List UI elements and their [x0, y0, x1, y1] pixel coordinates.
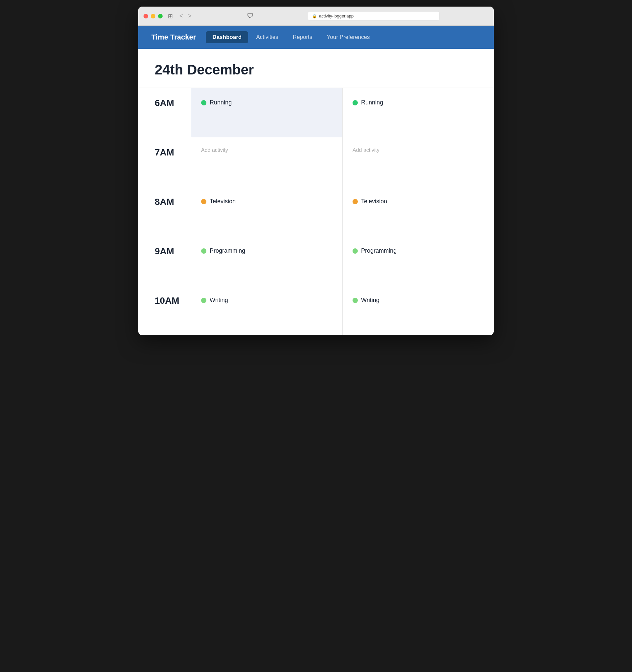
activity-content: Television — [353, 197, 387, 205]
activity-content: Running — [201, 98, 232, 106]
dot-green-icon — [201, 100, 206, 105]
nav-buttons: < > — [178, 13, 193, 19]
dot-light-green-icon — [201, 298, 206, 303]
navbar: Time Tracker Dashboard Activities Report… — [138, 26, 494, 49]
activity-content: Running — [353, 98, 383, 106]
maximize-button[interactable] — [158, 14, 162, 19]
activity-content: Writing — [353, 295, 380, 304]
nav-item-dashboard[interactable]: Dashboard — [206, 31, 248, 43]
activity-cell-8am-col2[interactable]: Television — [342, 187, 494, 236]
nav-items: Dashboard Activities Reports Your Prefer… — [206, 31, 376, 43]
activity-cell-7am-col1[interactable]: Add activity — [191, 137, 342, 187]
dot-light-green-icon — [353, 298, 358, 303]
close-button[interactable] — [144, 14, 148, 19]
lock-icon: 🔒 — [312, 14, 317, 19]
dot-light-green-icon — [201, 248, 206, 254]
browser-chrome: ⊞ < > 🛡 🔒 activity-logger.app — [138, 6, 494, 26]
time-label-7am: 7AM — [138, 137, 191, 187]
activity-name: Writing — [361, 297, 380, 304]
schedule-row-10am: 10AM Writing Writing — [138, 286, 494, 335]
activity-cell-6am-col1[interactable]: Running — [191, 88, 342, 137]
activity-name: Programming — [361, 247, 397, 254]
activity-content: Programming — [201, 246, 245, 254]
browser-window: ⊞ < > 🛡 🔒 activity-logger.app Time Track… — [138, 6, 494, 335]
activity-content: Writing — [201, 295, 228, 304]
content-area: 24th December — [138, 49, 494, 88]
nav-brand[interactable]: Time Tracker — [151, 33, 196, 42]
address-bar[interactable]: 🔒 activity-logger.app — [308, 11, 439, 21]
time-label-9am: 9AM — [138, 236, 191, 286]
time-label-10am: 10AM — [138, 286, 191, 335]
nav-item-reports[interactable]: Reports — [286, 31, 319, 43]
activity-name: Running — [210, 99, 232, 106]
schedule-grid: 6AM Running Running — [138, 88, 494, 335]
activity-cell-9am-col2[interactable]: Programming — [342, 236, 494, 286]
app-container: Time Tracker Dashboard Activities Report… — [138, 26, 494, 335]
dot-orange-icon — [201, 199, 206, 204]
dot-green-icon — [353, 100, 358, 105]
activity-content: Programming — [353, 246, 397, 254]
activity-content: Television — [201, 197, 236, 205]
activity-cell-7am-col2[interactable]: Add activity — [342, 137, 494, 187]
page-title: 24th December — [155, 62, 477, 78]
schedule-row-8am: 8AM Television Television — [138, 187, 494, 236]
dot-light-green-icon — [353, 248, 358, 254]
sidebar-toggle-icon[interactable]: ⊞ — [168, 13, 173, 20]
activity-cell-9am-col1[interactable]: Programming — [191, 236, 342, 286]
time-label-8am: 8AM — [138, 187, 191, 236]
forward-button[interactable]: > — [187, 13, 193, 19]
schedule-row-7am: 7AM Add activity Add activity — [138, 137, 494, 187]
schedule-row-6am: 6AM Running Running — [138, 88, 494, 137]
activity-name: Programming — [210, 247, 245, 254]
url-text: activity-logger.app — [319, 14, 354, 19]
activity-cell-6am-col2[interactable]: Running — [342, 88, 494, 137]
minimize-button[interactable] — [151, 14, 155, 19]
back-button[interactable]: < — [178, 13, 184, 19]
dot-orange-icon — [353, 199, 358, 204]
time-label-6am: 6AM — [138, 88, 191, 137]
nav-item-activities[interactable]: Activities — [250, 31, 285, 43]
activity-name: Writing — [210, 297, 228, 304]
activity-name: Television — [361, 198, 387, 205]
nav-item-preferences[interactable]: Your Preferences — [320, 31, 377, 43]
activity-cell-10am-col2[interactable]: Writing — [342, 286, 494, 335]
add-activity-label: Add activity — [201, 147, 228, 153]
activity-cell-10am-col1[interactable]: Writing — [191, 286, 342, 335]
shield-icon: 🛡 — [247, 12, 254, 20]
schedule-row-9am: 9AM Programming Programming — [138, 236, 494, 286]
activity-name: Television — [210, 198, 236, 205]
traffic-lights — [144, 14, 162, 19]
activity-cell-8am-col1[interactable]: Television — [191, 187, 342, 236]
activity-name: Running — [361, 99, 383, 106]
add-activity-label: Add activity — [353, 147, 380, 153]
